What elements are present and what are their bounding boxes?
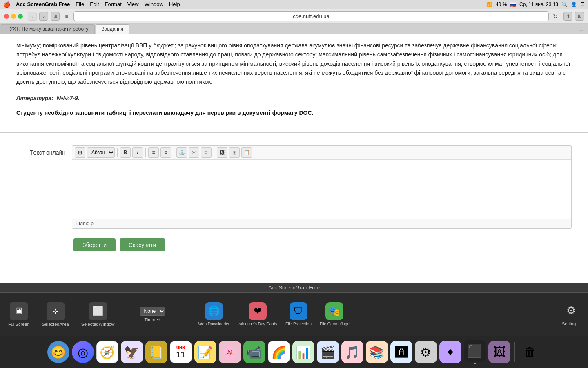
- datetime: Ср, 11 янв. 23:13: [519, 2, 558, 7]
- selected-window-label: SelectedWindow: [81, 322, 115, 327]
- dock-photos-alt[interactable]: 🌸: [219, 341, 241, 363]
- menubar: 🍎 Acc ScreenGrab Free File Edit Format V…: [0, 0, 588, 9]
- dock-numbers[interactable]: 📊: [292, 341, 314, 363]
- itunes-icon: 🎵: [341, 341, 363, 363]
- file-menu[interactable]: File: [76, 1, 84, 7]
- wifi-icon: 📶: [486, 2, 492, 7]
- add-tab-button[interactable]: +: [577, 27, 586, 34]
- ordered-list-button[interactable]: ≡: [160, 147, 171, 158]
- save-button[interactable]: Зберегти: [74, 238, 116, 251]
- dock-siri[interactable]: ◎: [72, 341, 94, 363]
- url-text: cde.nuft.edu.ua: [293, 13, 330, 19]
- tab-0[interactable]: НУХТ: Не можу завантажити роботу: [0, 24, 95, 34]
- share-button[interactable]: ⬆: [564, 12, 572, 21]
- numbers-icon: 📊: [292, 341, 314, 363]
- cancel-button[interactable]: Скасувати: [120, 238, 165, 251]
- table-insert-button[interactable]: ⊞: [229, 147, 240, 158]
- dock-notefile[interactable]: 📒: [145, 341, 167, 363]
- dock-itunes[interactable]: 🎵: [341, 341, 363, 363]
- dock-thunderbird[interactable]: 🦅: [121, 341, 143, 363]
- italic-button[interactable]: I: [132, 147, 143, 158]
- dock-photos[interactable]: 🌈: [268, 341, 290, 363]
- dock-ai-app[interactable]: ✦: [439, 341, 461, 363]
- keynote-icon: 🎬: [317, 341, 339, 363]
- tab-1[interactable]: Завдання: [96, 24, 130, 34]
- dock-screengrab[interactable]: ⬛: [464, 340, 486, 364]
- link-button[interactable]: ⚓: [176, 147, 187, 158]
- bold-button[interactable]: B: [120, 147, 131, 158]
- traffic-lights: [4, 14, 23, 19]
- unlink-button[interactable]: ✂: [189, 147, 199, 158]
- setting-item[interactable]: ⚙ Setting: [562, 302, 580, 327]
- toolbar-sep-4: [214, 148, 214, 157]
- dock-calendar[interactable]: ЯНВ11: [170, 341, 192, 363]
- sg-divider-2: [178, 302, 178, 327]
- copy-button[interactable]: 📋: [241, 147, 252, 158]
- paragraph-select[interactable]: Абзац: [87, 147, 115, 158]
- fullscreen-button[interactable]: [18, 14, 23, 19]
- view-menu[interactable]: View: [127, 1, 139, 7]
- file-protection-icon: 🛡: [290, 302, 307, 320]
- new-tab-button[interactable]: ⊞: [575, 12, 584, 21]
- image-button[interactable]: 🖼: [217, 147, 227, 158]
- setting-icon: ⚙: [562, 302, 580, 320]
- ai-app-icon: ✦: [439, 341, 461, 363]
- file-protection-label: File Protection: [285, 322, 312, 326]
- dock-safari[interactable]: 🧭: [96, 341, 118, 363]
- valentines-cards-item[interactable]: ❤ valentine's Day Cards: [238, 302, 277, 326]
- close-button[interactable]: [4, 14, 9, 19]
- timer-label: Timmed: [144, 317, 160, 322]
- dock-keynote[interactable]: 🎬: [317, 341, 339, 363]
- screengrab-content: 🖥 FullScreen ⊹ SelectedArea ⬜ SelectedWi…: [0, 293, 588, 336]
- safari-icon: 🧭: [96, 341, 118, 363]
- flag-icon: 🇷🇺: [510, 2, 516, 7]
- format-menu[interactable]: Format: [105, 1, 122, 7]
- dock-sysprefs[interactable]: ⚙: [415, 341, 437, 363]
- back-button[interactable]: ‹: [28, 12, 37, 21]
- content-paragraph: мінімуму; поміркований рівень централіза…: [16, 41, 572, 87]
- minimize-button[interactable]: [11, 14, 16, 19]
- file-protection-item[interactable]: 🛡 File Protection: [285, 302, 312, 326]
- help-menu[interactable]: Help: [169, 1, 180, 7]
- file-camouflage-label: File Camouflage: [320, 322, 350, 326]
- calendar-icon: ЯНВ11: [170, 341, 192, 363]
- avatar: 👤: [571, 2, 577, 7]
- fullscreen-item[interactable]: 🖥 FullScreen: [8, 302, 30, 327]
- reload-button[interactable]: ↻: [553, 13, 558, 20]
- selected-area-item[interactable]: ⊹ SelectedArea: [42, 302, 69, 327]
- dock-appstore[interactable]: 🅰: [390, 341, 412, 363]
- dock-books[interactable]: 📚: [366, 341, 388, 363]
- selected-window-item[interactable]: ⬜ SelectedWindow: [81, 302, 115, 327]
- app-name-menu[interactable]: Acc ScreenGrab Free: [16, 1, 70, 7]
- trash-icon: 🗑: [519, 341, 541, 363]
- search-icon[interactable]: 🔍: [561, 2, 568, 7]
- siri-icon: ◎: [72, 341, 94, 363]
- grid-view-button[interactable]: ⊞: [51, 12, 60, 21]
- editor-textarea[interactable]: [72, 160, 571, 217]
- hamburger-icon[interactable]: ☰: [580, 2, 585, 7]
- edit-menu[interactable]: Edit: [90, 1, 99, 7]
- facetime-icon: 📹: [243, 341, 265, 363]
- web-downloader-item[interactable]: 🌐 Web Downloader: [198, 302, 230, 326]
- apple-menu[interactable]: 🍎: [3, 1, 10, 8]
- web-downloader-icon: 🌐: [205, 302, 223, 320]
- dock-trash[interactable]: 🗑: [519, 341, 541, 363]
- timer-item: None Timmed: [140, 307, 165, 322]
- timer-select[interactable]: None: [140, 307, 165, 316]
- table-icon-btn[interactable]: ⊞: [75, 147, 85, 158]
- html-button[interactable]: □: [201, 147, 212, 158]
- books-icon: 📚: [366, 341, 388, 363]
- forward-button[interactable]: ›: [39, 12, 48, 21]
- file-camouflage-item[interactable]: 🎭 File Camouflage: [320, 302, 350, 326]
- dock-notes[interactable]: 📝: [194, 341, 216, 363]
- dock-wallpaper[interactable]: 🖼: [488, 341, 510, 363]
- reader-icon: ≡: [62, 12, 71, 21]
- dock-facetime[interactable]: 📹: [243, 341, 265, 363]
- address-bar[interactable]: cde.nuft.edu.ua: [74, 11, 549, 21]
- student-note: Студенту необхідно заповнити таблиці і п…: [16, 110, 572, 116]
- window-menu[interactable]: Window: [145, 1, 163, 7]
- fullscreen-icon: 🖥: [10, 302, 28, 320]
- unordered-list-button[interactable]: ≡: [148, 147, 159, 158]
- setting-label: Setting: [562, 321, 576, 326]
- dock-finder[interactable]: 😊: [47, 341, 69, 363]
